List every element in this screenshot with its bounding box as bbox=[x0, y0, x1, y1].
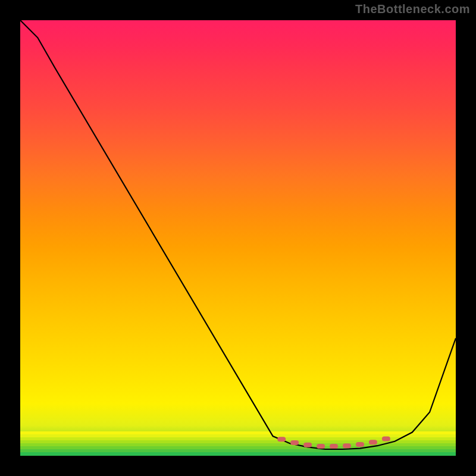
marker-dot bbox=[277, 437, 286, 441]
marker-dot bbox=[290, 440, 299, 445]
marker-dot bbox=[317, 444, 325, 449]
marker-dot bbox=[369, 440, 377, 444]
marker-dot bbox=[330, 444, 338, 449]
bottleneck-curve bbox=[20, 20, 456, 449]
marker-dot bbox=[382, 437, 390, 441]
marker-dot bbox=[343, 443, 351, 448]
marker-dot bbox=[356, 442, 364, 447]
chart-plot-area bbox=[20, 20, 456, 456]
chart-svg bbox=[20, 20, 456, 456]
marker-dot bbox=[303, 443, 312, 447]
watermark-text: TheBottleneck.com bbox=[355, 2, 470, 16]
